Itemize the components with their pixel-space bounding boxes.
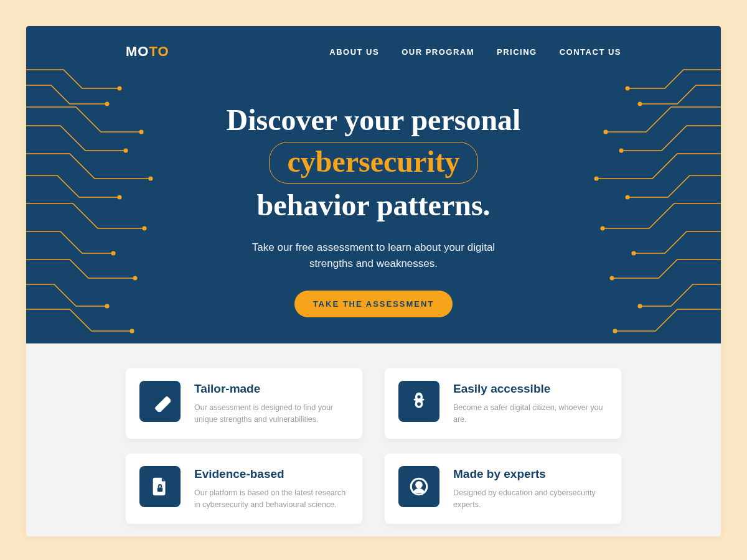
hero-title-highlight: cybersecurity xyxy=(269,142,477,184)
lock-icon xyxy=(398,381,439,422)
feature-title: Tailor-made xyxy=(194,382,349,396)
svg-point-0 xyxy=(118,86,122,91)
feature-card-made-by-experts: Made by experts Designed by education an… xyxy=(385,454,621,524)
hero-title-line1: Discover your personal xyxy=(26,102,721,138)
logo-part-a: MO xyxy=(126,44,149,59)
svg-line-25 xyxy=(160,396,162,398)
svg-rect-30 xyxy=(157,487,163,492)
hero-section: MOTO ABOUT US OUR PROGRAM PRICING CONTAC… xyxy=(26,26,721,343)
user-circle-icon xyxy=(398,466,439,507)
feature-title: Evidence-based xyxy=(194,467,349,481)
svg-line-23 xyxy=(156,399,158,401)
hero-subtitle-line2: strengths and weaknesses. xyxy=(309,258,438,269)
svg-point-21 xyxy=(613,329,618,334)
hero-subtitle: Take our free assessment to learn about … xyxy=(26,240,721,273)
file-lock-icon xyxy=(139,466,181,507)
feature-desc: Designed by education and cybersecurity … xyxy=(453,487,608,511)
svg-rect-22 xyxy=(156,397,171,412)
nav-about-us[interactable]: ABOUT US xyxy=(329,47,379,57)
features-grid: Tailor-made Our assessment is designed t… xyxy=(26,343,721,536)
nav-links: ABOUT US OUR PROGRAM PRICING CONTACT US xyxy=(329,47,621,57)
nav-our-program[interactable]: OUR PROGRAM xyxy=(402,47,474,57)
feature-card-evidence-based: Evidence-based Our platform is based on … xyxy=(126,454,362,524)
logo-part-b: TO xyxy=(149,44,169,59)
hero-content: Discover your personal cybersecurity beh… xyxy=(26,102,721,317)
svg-point-32 xyxy=(416,482,422,488)
ruler-icon xyxy=(139,381,181,422)
feature-card-tailor-made: Tailor-made Our assessment is designed t… xyxy=(126,368,362,439)
feature-desc: Our assessment is designed to find your … xyxy=(194,402,349,426)
nav-contact-us[interactable]: CONTACT US xyxy=(560,47,621,57)
feature-title: Easily accessible xyxy=(453,382,608,396)
hero-title-line3: behavior patterns. xyxy=(26,187,721,223)
nav-pricing[interactable]: PRICING xyxy=(497,47,537,57)
top-nav: MOTO ABOUT US OUR PROGRAM PRICING CONTAC… xyxy=(26,26,721,60)
svg-point-10 xyxy=(130,329,134,334)
svg-point-11 xyxy=(626,86,630,91)
svg-line-26 xyxy=(155,401,157,403)
feature-card-easily-accessible: Easily accessible Become a safer digital… xyxy=(385,368,621,439)
feature-desc: Become a safer digital citizen, whoever … xyxy=(453,402,608,426)
svg-point-27 xyxy=(416,394,422,400)
svg-point-29 xyxy=(417,402,421,406)
hero-title: Discover your personal cybersecurity beh… xyxy=(26,102,721,223)
page: MOTO ABOUT US OUR PROGRAM PRICING CONTAC… xyxy=(26,26,721,536)
cta-take-assessment[interactable]: TAKE THE ASSESSMENT xyxy=(294,291,453,317)
logo[interactable]: MOTO xyxy=(126,44,169,60)
feature-desc: Our platform is based on the latest rese… xyxy=(194,487,349,511)
feature-title: Made by experts xyxy=(453,467,608,481)
svg-line-24 xyxy=(158,398,160,399)
hero-subtitle-line1: Take our free assessment to learn about … xyxy=(252,241,495,253)
